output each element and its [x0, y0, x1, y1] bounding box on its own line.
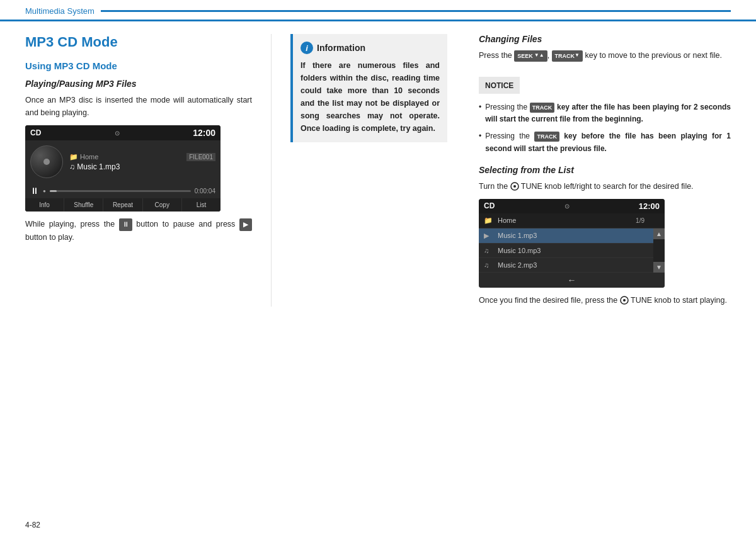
notice-label: NOTICE — [485, 81, 513, 90]
bullet-item-1: • Pressing the TRACK key after the file … — [479, 101, 731, 125]
subsection-title: Playing/Pausing MP3 Files — [25, 79, 252, 89]
play-icon-active: ▶ — [484, 232, 494, 240]
body-text-2: While playing, press the ⏸ button to pau… — [25, 218, 252, 244]
info-title: Information — [317, 43, 365, 53]
section-title: Using MP3 CD Mode — [25, 60, 252, 71]
cd-shuffle-btn[interactable]: Shuffle — [64, 198, 103, 212]
select-text: Turn the TUNE knob left/right to search … — [479, 180, 731, 193]
cd-copy-btn[interactable]: Copy — [143, 198, 182, 212]
tune-icon — [510, 182, 519, 191]
notice-section: NOTICE • Pressing the TRACK key after th… — [479, 69, 731, 155]
notice-content: • Pressing the TRACK key after the file … — [479, 101, 731, 155]
body2-post: button to play. — [25, 233, 74, 242]
scroll-track — [653, 239, 665, 262]
bullet-text-1: Pressing the TRACK key after the file ha… — [485, 101, 731, 125]
list-time: 12:00 — [639, 201, 660, 211]
body-text-1: Once an MP3 disc is inserted the mode wi… — [25, 94, 252, 119]
folder-icon: 📁 — [484, 217, 494, 225]
list-item-3-text: Music 2.mp3 — [498, 261, 648, 269]
music-icon-2: ♫ — [484, 247, 494, 254]
play-button-inline: ▶ — [239, 218, 252, 231]
music-icon-3: ♫ — [484, 261, 494, 269]
header: Multimedia System — [0, 0, 756, 21]
svg-point-1 — [513, 185, 516, 188]
info-icon: i — [301, 42, 313, 54]
info-box: i Information If there are numerous file… — [290, 34, 447, 142]
track-button-1: TRACK ▼ — [552, 50, 583, 62]
changing-pre: Press the — [479, 51, 512, 60]
changing-text: Press the SEEK ▼▲ , TRACK ▼ key to move … — [479, 49, 731, 62]
list-rows: ▶ Music 1.mp3 ♫ Music 10.mp3 ♫ Music 2.m… — [479, 229, 653, 273]
bullet-item-2: • Pressing the TRACK key before the file… — [479, 130, 731, 154]
left-column: MP3 CD Mode Using MP3 CD Mode Playing/Pa… — [25, 34, 271, 307]
page-title: MP3 CD Mode — [25, 34, 252, 50]
cd-repeat-btn[interactable]: Repeat — [103, 198, 142, 212]
list-cd-label: CD — [484, 201, 495, 210]
changing-title: Changing Files — [479, 34, 731, 44]
cd-top-bar: CD ⊙ 12:00 — [25, 125, 220, 140]
cd-elapsed-time: 0:00:04 — [195, 188, 215, 195]
list-item-2[interactable]: ♫ Music 10.mp3 — [479, 244, 653, 258]
svg-point-3 — [623, 299, 626, 302]
list-item-1[interactable]: ▶ Music 1.mp3 — [479, 229, 653, 244]
cd-track-name: ♫ Music 1.mp3 — [69, 162, 215, 171]
pause-button-inline: ⏸ — [119, 218, 132, 231]
middle-column: i Information If there are numerous file… — [271, 34, 466, 307]
list-player-display: CD ⊙ 12:00 📁 Home 1/9 ▶ Music 1.mp3 — [479, 199, 665, 288]
main-content: MP3 CD Mode Using MP3 CD Mode Playing/Pa… — [0, 21, 756, 307]
cd-circle-icon: ⊙ — [115, 130, 120, 137]
tune-icon-2 — [620, 296, 629, 305]
page-number: 4-82 — [25, 521, 40, 529]
select-title: Selecting from the List — [479, 165, 731, 175]
right-column: Changing Files Press the SEEK ▼▲ , TRACK… — [466, 34, 731, 307]
cd-progress-fill — [50, 190, 57, 192]
bullet-dot-2: • — [479, 130, 481, 154]
cd-dot: ● — [43, 188, 46, 194]
cd-bottom-bar: Info Shuffle Repeat Copy List — [25, 198, 220, 212]
cd-folder-label: 📁 Home — [69, 153, 98, 161]
cd-pause-icon: ⏸ — [30, 186, 39, 196]
cd-label: CD — [30, 128, 41, 137]
seek-button: SEEK ▼▲ — [514, 50, 547, 62]
list-circle-icon: ⊙ — [564, 203, 570, 210]
list-item-1-text: Music 1.mp3 — [498, 232, 648, 239]
cd-track-info: 📁 Home FILE001 ♫ Music 1.mp3 — [69, 153, 215, 171]
cd-progress-bar — [50, 190, 191, 192]
info-header: i Information — [301, 42, 440, 54]
body2-pre: While playing, press the — [25, 220, 115, 229]
track-button-2: TRACK — [530, 103, 555, 113]
back-icon[interactable]: ← — [568, 275, 576, 285]
header-title: Multimedia System — [25, 6, 94, 16]
bullet-dot-1: • — [479, 101, 481, 125]
cd-disc-icon — [30, 145, 63, 178]
changing-post: key to move to the previous or next file… — [585, 51, 722, 60]
scroll-up-btn[interactable]: ▲ — [653, 229, 665, 239]
list-item-3[interactable]: ♫ Music 2.mp3 — [479, 258, 653, 273]
list-item-2-text: Music 10.mp3 — [498, 247, 648, 254]
cd-file-row: 📁 Home FILE001 — [69, 153, 215, 161]
cd-time: 12:00 — [193, 128, 215, 138]
list-top-bar: CD ⊙ 12:00 — [479, 199, 665, 213]
list-scroll: ▲ ▼ — [653, 229, 665, 273]
scroll-down-btn[interactable]: ▼ — [653, 262, 665, 273]
cd-file-label: FILE001 — [186, 153, 215, 161]
bullet-text-2: Pressing the TRACK key before the file h… — [485, 130, 731, 154]
cd-main-area: 📁 Home FILE001 ♫ Music 1.mp3 — [25, 140, 220, 183]
track-button-3: TRACK — [534, 132, 559, 142]
cd-controls-row: ⏸ ● 0:00:04 — [30, 186, 215, 196]
list-back-row: ← — [479, 273, 665, 288]
cd-info-btn[interactable]: Info — [25, 198, 64, 212]
list-item-num: 1/9 — [636, 217, 644, 224]
cd-player-display: CD ⊙ 12:00 📁 Home FILE001 — [25, 125, 220, 212]
notice-box: NOTICE — [479, 77, 520, 94]
cd-list-btn[interactable]: List — [182, 198, 220, 212]
cd-progress-area: ⏸ ● 0:00:04 — [25, 183, 220, 198]
list-content-area: ▶ Music 1.mp3 ♫ Music 10.mp3 ♫ Music 2.m… — [479, 229, 665, 273]
select-body-text: Once you find the desired file, press th… — [479, 294, 731, 307]
list-folder-name: Home — [498, 217, 632, 224]
header-line — [101, 10, 731, 12]
info-text: If there are numerous files and folders … — [301, 59, 440, 135]
body2-mid: button to pause and press — [136, 220, 239, 229]
list-folder-row: 📁 Home 1/9 — [479, 213, 665, 229]
